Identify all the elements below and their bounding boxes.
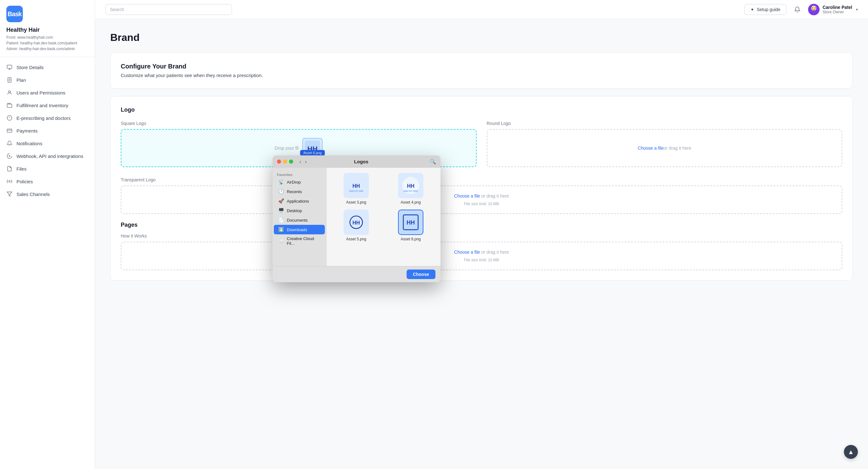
logo-section-title: Logo bbox=[121, 107, 842, 113]
sidebar-item-notifications[interactable]: Notifications bbox=[0, 137, 95, 150]
drop-text: Drop your fil bbox=[275, 146, 299, 151]
payments-icon bbox=[6, 127, 13, 134]
sidebar-item-eprescribing[interactable]: E-prescribing and doctors bbox=[0, 112, 95, 124]
setup-guide-button[interactable]: ✦ Setup guide bbox=[744, 4, 786, 15]
sidebar-item-fulfillment[interactable]: Fulfillment and Inventory bbox=[0, 99, 95, 112]
picker-documents-label: Documents bbox=[287, 218, 308, 223]
picker-sidebar-airdrop[interactable]: 📡 AirDrop bbox=[274, 177, 325, 187]
picker-body: Favorites 📡 AirDrop 🕐 Recents 🚀 Applicat… bbox=[273, 168, 440, 266]
picker-item-asset6[interactable]: HH Asset 6.png bbox=[386, 210, 435, 241]
sidebar-item-files-label: Files bbox=[17, 166, 27, 172]
sidebar-item-payments[interactable]: Payments bbox=[0, 124, 95, 137]
picker-main: HH HEALTHY HAIR Asset 3.png HH HEA bbox=[327, 168, 440, 266]
round-logo-dropzone[interactable]: Choose a file or drag it here bbox=[487, 129, 843, 167]
sidebar-item-plan-label: Plan bbox=[17, 77, 26, 83]
sales-channels-icon bbox=[6, 191, 13, 197]
svg-point-5 bbox=[8, 91, 10, 93]
sidebar-nav: Store Details Plan Users and Permissions… bbox=[0, 57, 95, 469]
picker-folder-title: Logos bbox=[312, 159, 411, 164]
picker-desktop-label: Desktop bbox=[287, 208, 302, 213]
transparent-logo-dropzone[interactable]: Choose a file or drag it here File size … bbox=[121, 185, 842, 214]
file-picker[interactable]: ‹ › Logos 🔍 Favorites 📡 AirDrop 🕐 Recent… bbox=[273, 155, 440, 282]
sidebar-item-files[interactable]: Files bbox=[0, 163, 95, 175]
user-profile[interactable]: Caroline Patel Store Owner ▾ bbox=[808, 4, 858, 15]
scroll-top-button[interactable]: ▲ bbox=[844, 445, 858, 459]
picker-titlebar: ‹ › Logos 🔍 bbox=[273, 155, 440, 168]
picker-forward-button[interactable]: › bbox=[304, 159, 308, 165]
picker-minimize-dot[interactable] bbox=[283, 159, 287, 164]
transparent-logo-label: Transparent Logo bbox=[121, 177, 842, 182]
picker-thumb-asset5: HH bbox=[343, 210, 369, 235]
store-front-url: Front: www.healthyhair.com bbox=[6, 35, 88, 40]
configure-brand-title: Configure Your Brand bbox=[121, 63, 842, 70]
svg-marker-14 bbox=[7, 192, 12, 196]
how-it-works-dropzone[interactable]: Choose a file or drag it here File size … bbox=[121, 242, 842, 270]
transparent-logo-row: Transparent Logo Choose a file or drag i… bbox=[121, 177, 842, 214]
picker-maximize-dot[interactable] bbox=[289, 159, 293, 164]
sidebar-item-store-details[interactable]: Store Details bbox=[0, 61, 95, 74]
user-chevron-icon: ▾ bbox=[856, 7, 858, 12]
picker-item-asset5-name: Asset 5.png bbox=[346, 237, 366, 241]
picker-item-asset5[interactable]: HH Asset 5.png bbox=[332, 210, 381, 241]
svg-text:HEALTHY HAIR: HEALTHY HAIR bbox=[349, 190, 364, 192]
picker-footer: Choose bbox=[273, 266, 440, 282]
store-details-icon bbox=[6, 64, 13, 70]
svg-rect-10 bbox=[7, 129, 12, 133]
main-area: ✦ Setup guide bbox=[95, 0, 868, 469]
sidebar-item-eprescribing-label: E-prescribing and doctors bbox=[17, 115, 71, 121]
notification-bell-button[interactable] bbox=[792, 4, 803, 15]
picker-sidebar-documents[interactable]: 📄 Documents bbox=[274, 215, 325, 225]
store-patient-url: Patient: healthy-hair.dev-bask.com/patie… bbox=[6, 40, 88, 46]
picker-item-asset3[interactable]: HH HEALTHY HAIR Asset 3.png bbox=[332, 173, 381, 205]
store-admin-url: Admin: healthy-hair.dev-bask.com/admin bbox=[6, 46, 88, 52]
user-avatar bbox=[808, 4, 819, 15]
desktop-icon: 🖥️ bbox=[278, 208, 284, 213]
picker-choose-button[interactable]: Choose bbox=[407, 269, 435, 279]
picker-item-asset4[interactable]: HH HEALTHY HAIR Asset 4.png bbox=[386, 173, 435, 205]
sidebar-item-users-permissions[interactable]: Users and Permissions bbox=[0, 86, 95, 99]
sidebar-item-sales-channels[interactable]: Sales Channels bbox=[0, 188, 95, 200]
user-info: Caroline Patel Store Owner bbox=[823, 5, 852, 14]
sidebar-item-plan[interactable]: Plan bbox=[0, 74, 95, 86]
transparent-choose-link[interactable]: Choose a file bbox=[454, 194, 480, 199]
transparent-file-size: File size limit: 10 MB bbox=[464, 202, 499, 206]
sidebar: Bask Healthy Hair Front: www.healthyhair… bbox=[0, 0, 95, 469]
search-input[interactable] bbox=[105, 4, 232, 15]
picker-sidebar-downloads[interactable]: ⬇️ Downloads bbox=[274, 225, 325, 234]
picker-sidebar-recents[interactable]: 🕐 Recents bbox=[274, 187, 325, 196]
picker-sidebar: Favorites 📡 AirDrop 🕐 Recents 🚀 Applicat… bbox=[273, 168, 327, 266]
picker-item-asset4-name: Asset 4.png bbox=[401, 200, 421, 205]
logo-row: Square Logo Drop your fil HH Asset 6 bbox=[121, 121, 842, 167]
eprescribing-icon bbox=[6, 115, 13, 121]
svg-rect-6 bbox=[7, 104, 12, 108]
store-info: Healthy Hair Front: www.healthyhair.com … bbox=[0, 27, 95, 57]
sidebar-item-policies[interactable]: Policies bbox=[0, 175, 95, 188]
picker-back-button[interactable]: ‹ bbox=[298, 159, 302, 165]
fulfillment-icon bbox=[6, 102, 13, 109]
sidebar-item-sales-channels-label: Sales Channels bbox=[17, 192, 50, 197]
sidebar-item-notifications-label: Notifications bbox=[17, 141, 42, 146]
sidebar-item-fulfillment-label: Fulfillment and Inventory bbox=[17, 103, 68, 108]
svg-text:HH: HH bbox=[407, 219, 415, 226]
picker-sidebar-desktop[interactable]: 🖥️ Desktop bbox=[274, 206, 325, 215]
plan-icon bbox=[6, 77, 13, 83]
picker-sidebar-applications[interactable]: 🚀 Applications bbox=[274, 196, 325, 206]
picker-window-controls bbox=[277, 159, 293, 164]
picker-thumb-asset6: HH bbox=[398, 210, 423, 235]
sidebar-item-webhook[interactable]: Webhook, API and intergrations bbox=[0, 150, 95, 163]
picker-search-icon[interactable]: 🔍 bbox=[430, 158, 436, 165]
logo-section-card: Logo Square Logo Drop your fil HH bbox=[110, 96, 853, 281]
how-it-works-or-drag: or drag it here bbox=[482, 250, 509, 255]
how-it-works-choose-link[interactable]: Choose a file bbox=[454, 250, 480, 255]
picker-item-asset6-name: Asset 6.png bbox=[401, 237, 421, 241]
sidebar-item-payments-label: Payments bbox=[17, 128, 38, 134]
svg-text:HH: HH bbox=[407, 183, 414, 189]
content-area: Brand Configure Your Brand Customize wha… bbox=[95, 19, 868, 469]
picker-sidebar-creative-cloud[interactable]: ☁️ Creative Cloud Fil... bbox=[274, 234, 325, 248]
webhook-icon bbox=[6, 153, 13, 159]
picker-close-dot[interactable] bbox=[277, 159, 281, 164]
sidebar-item-users-label: Users and Permissions bbox=[17, 90, 65, 95]
round-choose-file-link[interactable]: Choose a file bbox=[638, 146, 663, 151]
sidebar-item-store-details-label: Store Details bbox=[17, 65, 44, 70]
files-icon bbox=[6, 166, 13, 172]
